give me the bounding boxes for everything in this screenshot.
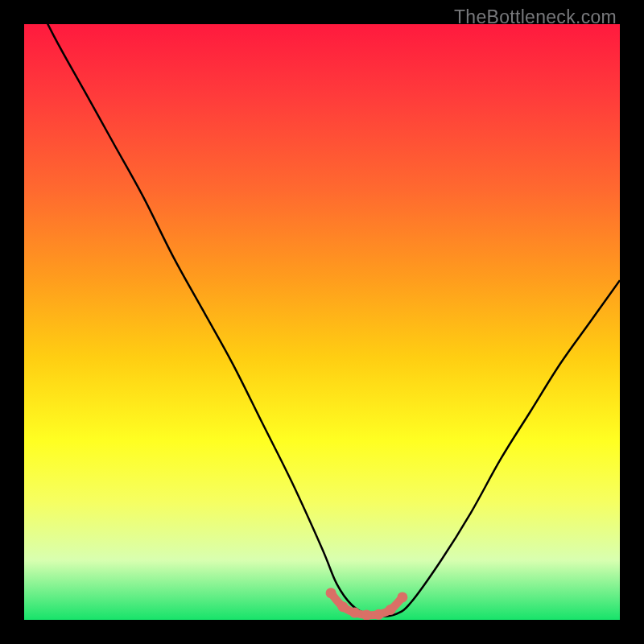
chart-svg	[24, 24, 620, 620]
marker-dot	[326, 588, 336, 598]
marker-dot	[386, 605, 396, 615]
marker-dot	[337, 601, 348, 612]
chart-frame: TheBottleneck.com	[0, 0, 644, 644]
marker-dot	[361, 610, 372, 620]
marker-dot	[397, 592, 407, 602]
plot-area	[24, 24, 620, 620]
marker-dot	[374, 609, 384, 620]
bottleneck-curve	[24, 24, 620, 617]
marker-dot	[349, 608, 360, 618]
